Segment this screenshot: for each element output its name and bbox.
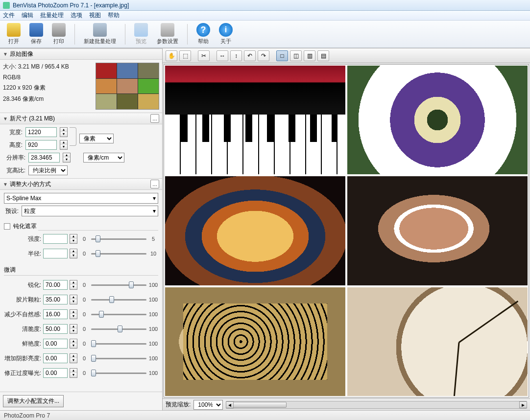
strength-spinner[interactable]: ▲▼ <box>70 234 77 244</box>
view-split-h-button[interactable]: ▥ <box>304 50 315 61</box>
exposure-spinner[interactable]: ▲▼ <box>70 368 77 378</box>
width-label: 宽度: <box>4 128 23 137</box>
algorithm-select[interactable]: S-Spline Max▾ <box>4 193 158 204</box>
menu-file[interactable]: 文件 <box>3 11 15 20</box>
select-tool-button[interactable]: ⬚ <box>179 50 191 61</box>
exposure-input[interactable] <box>43 368 68 378</box>
collapse-icon[interactable]: ▼ <box>3 116 8 121</box>
newsize-settings-button[interactable]: … <box>150 114 159 123</box>
flip-h-button[interactable]: ↔ <box>217 50 228 61</box>
height-label: 高度: <box>4 141 23 149</box>
menu-view[interactable]: 视图 <box>89 11 101 20</box>
vivid-slider[interactable] <box>91 339 146 348</box>
method-settings-button[interactable]: … <box>150 180 159 188</box>
crisp-input[interactable] <box>43 324 68 334</box>
hand-icon: ✋ <box>168 52 175 59</box>
crisp-spinner[interactable]: ▲▼ <box>70 324 77 334</box>
resolution-input[interactable] <box>28 153 60 163</box>
thumbnail[interactable] <box>96 63 159 110</box>
open-button[interactable]: 打开 <box>4 22 24 46</box>
titlebar: BenVista PhotoZoom Pro 7.1 - [example.jp… <box>0 0 530 11</box>
view-split-v-button[interactable]: ◫ <box>290 50 302 61</box>
radius-slider[interactable] <box>91 249 146 258</box>
view-grid-button[interactable]: ▤ <box>317 50 329 61</box>
original-dims: 1220 x 920 像素 <box>3 84 93 92</box>
status-text: PhotoZoom Pro 7 <box>4 412 50 419</box>
save-button[interactable]: 保存 <box>26 22 46 46</box>
artifact-slider[interactable] <box>91 310 146 319</box>
preview-tile <box>165 287 345 396</box>
printer-icon <box>52 23 66 37</box>
aspect-select[interactable]: 约束比例 <box>28 165 68 175</box>
width-spinner[interactable]: ▲▼ <box>60 127 68 137</box>
menu-batch[interactable]: 批量处理 <box>40 11 64 20</box>
crop-tool-button[interactable]: ✂ <box>198 50 210 61</box>
strength-label: 强度: <box>4 235 41 243</box>
resolution-unit-select[interactable]: 像素/cm <box>83 153 124 163</box>
vivid-input[interactable] <box>43 339 68 349</box>
rotate-left-button[interactable]: ↶ <box>244 50 256 61</box>
grain-label: 胶片颗粒: <box>4 296 41 304</box>
view-single-icon: □ <box>280 52 284 59</box>
menu-edit[interactable]: 编辑 <box>22 11 33 20</box>
aspect-label: 宽高比: <box>4 166 25 175</box>
shadow-spinner[interactable]: ▲▼ <box>70 353 77 363</box>
width-input[interactable] <box>25 127 57 137</box>
height-input[interactable] <box>25 140 57 150</box>
artifact-spinner[interactable]: ▲▼ <box>70 309 77 319</box>
radius-input[interactable] <box>43 249 68 258</box>
help-button[interactable]: ? 帮助 <box>193 22 213 46</box>
about-button[interactable]: i 关于 <box>216 22 236 46</box>
scroll-left-icon[interactable]: ◂ <box>226 401 234 408</box>
flip-v-button[interactable]: ↕ <box>230 50 242 61</box>
grain-input[interactable] <box>43 295 68 304</box>
original-size: 大小: 3.21 MB / 965.4 KB <box>3 63 93 71</box>
view-single-button[interactable]: □ <box>276 50 288 61</box>
print-button[interactable]: 打印 <box>49 22 69 46</box>
size-unit-select[interactable]: 像素 <box>79 134 114 143</box>
sharpen-slider[interactable] <box>91 280 146 289</box>
zoom-select[interactable]: 100% <box>193 400 223 410</box>
menubar: 文件 编辑 批量处理 选项 视图 帮助 <box>0 11 530 21</box>
rotate-right-button[interactable]: ↷ <box>258 50 269 61</box>
resolution-spinner[interactable]: ▲▼ <box>63 153 71 163</box>
grain-spinner[interactable]: ▲▼ <box>70 295 77 304</box>
artifact-label: 减少不自然感: <box>4 310 41 319</box>
left-panel: ▼ 原始图像 大小: 3.21 MB / 965.4 KB RGB/8 1220… <box>0 48 163 410</box>
menu-options[interactable]: 选项 <box>71 11 82 20</box>
view-grid-icon: ▤ <box>321 52 326 59</box>
unsharp-mask-checkbox[interactable] <box>4 223 10 230</box>
vivid-spinner[interactable]: ▲▼ <box>70 339 77 349</box>
preset-select[interactable]: 粒度▾ <box>22 206 158 216</box>
preview-area[interactable] <box>164 64 529 397</box>
resize-profile-button[interactable]: 调整大小配置文件... <box>3 395 64 407</box>
image-toolbar: ✋ ⬚ ✂ ↔ ↕ ↶ ↷ □ ◫ ▥ ▤ <box>163 48 530 63</box>
hand-tool-button[interactable]: ✋ <box>166 50 177 61</box>
grain-slider[interactable] <box>91 295 146 304</box>
link-icon[interactable] <box>70 127 76 146</box>
radius-spinner[interactable]: ▲▼ <box>70 249 77 258</box>
new-batch-button[interactable]: 新建批量处理 <box>81 22 119 46</box>
wrench-icon <box>161 23 174 37</box>
info-icon: i <box>219 23 233 37</box>
params-button[interactable]: 参数设置 <box>154 22 181 46</box>
strength-input[interactable] <box>43 234 68 244</box>
height-spinner[interactable]: ▲▼ <box>60 140 68 150</box>
shadow-input[interactable] <box>43 353 68 363</box>
window-title: BenVista PhotoZoom Pro 7.1 - [example.jp… <box>13 2 129 9</box>
vivid-label: 鲜艳度: <box>4 340 41 348</box>
shadow-slider[interactable] <box>91 354 146 363</box>
artifact-input[interactable] <box>43 309 68 319</box>
strength-slider[interactable] <box>91 234 146 243</box>
crisp-slider[interactable] <box>91 325 146 333</box>
preview-button[interactable]: 预览 <box>131 22 151 46</box>
sharpen-input[interactable] <box>43 280 68 290</box>
menu-help[interactable]: 帮助 <box>108 11 120 20</box>
original-mode: RGB/8 <box>3 74 93 81</box>
horizontal-scrollbar[interactable]: ◂ ▸ <box>226 401 527 409</box>
sharpen-spinner[interactable]: ▲▼ <box>70 280 77 290</box>
exposure-slider[interactable] <box>91 369 146 377</box>
scroll-right-icon[interactable]: ▸ <box>519 401 527 408</box>
collapse-icon[interactable]: ▼ <box>3 51 8 57</box>
collapse-icon[interactable]: ▼ <box>3 182 8 187</box>
